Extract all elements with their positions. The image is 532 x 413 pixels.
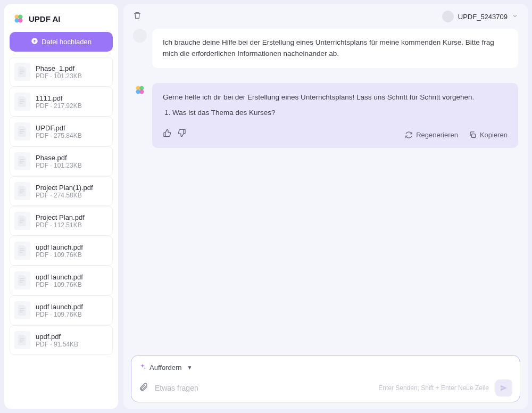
input-hint: Enter Senden; Shift + Enter Neue Zeile [378,384,489,392]
document-icon [14,122,30,141]
brand-name: UPDF AI [29,14,60,23]
file-meta: PDF · 112.51KB [36,221,108,229]
upload-button[interactable]: Datei hochladen [10,32,113,52]
file-name: Project Plan.pdf [36,213,108,221]
file-name: Phase_1.pdf [36,64,108,72]
composer: Auffordern ▼ Enter Senden; Shift + Enter… [131,355,520,402]
conversation: Ich brauche deine Hilfe bei der Erstellu… [123,28,528,352]
user-avatar-icon [442,11,454,22]
ai-message: Gerne helfe ich dir bei der Erstellung e… [152,83,518,148]
user-menu[interactable]: UPDF_5243709 [442,11,518,22]
file-item[interactable]: UPDF.pdf PDF · 275.84KB [10,117,113,146]
document-icon [14,212,30,230]
message-actions: Regenerieren Kopieren [163,129,508,142]
prompt-label: Auffordern [149,364,181,371]
svg-point-7 [139,89,144,94]
ai-intro-text: Gerne helfe ich dir bei der Erstellung e… [163,92,508,104]
file-item[interactable]: Project Plan.pdf PDF · 112.51KB [10,206,113,236]
svg-rect-8 [472,134,476,138]
chevron-down-icon [512,12,518,21]
ai-message-row: Gerne helfe ich dir bei der Erstellung e… [133,83,518,148]
document-icon [14,152,30,170]
file-name: updf launch.pdf [36,273,108,281]
file-item[interactable]: updf launch.pdf PDF · 109.76KB [10,266,113,295]
file-meta: PDF · 91.54KB [36,341,108,348]
document-icon [14,93,30,111]
file-name: Phase.pdf [36,154,108,162]
file-text: updf.pdf PDF · 91.54KB [36,333,108,348]
file-meta: PDF · 109.76KB [36,281,108,288]
document-icon [14,301,30,319]
sidebar: UPDF AI Datei hochladen Phase_1.pdf PDF … [4,4,118,409]
file-name: updf launch.pdf [36,303,108,311]
file-item[interactable]: Phase_1.pdf PDF · 101.23KB [10,57,113,87]
user-msg-avatar-icon [133,29,147,43]
file-meta: PDF · 101.23KB [36,72,108,80]
copy-button[interactable]: Kopieren [469,129,508,141]
upload-icon [31,37,38,46]
file-text: 1111.pdf PDF · 217.92KB [36,94,108,110]
brand-logo-icon [13,13,24,24]
file-text: Phase.pdf PDF · 101.23KB [36,154,108,169]
file-meta: PDF · 109.76KB [36,251,108,259]
regenerate-label: Regenerieren [416,129,458,141]
file-text: Phase_1.pdf PDF · 101.23KB [36,64,108,80]
file-item[interactable]: Phase.pdf PDF · 101.23KB [10,146,113,176]
attach-icon[interactable] [139,382,148,394]
document-icon [14,271,30,290]
regenerate-button[interactable]: Regenerieren [405,129,458,141]
composer-wrap: Auffordern ▼ Enter Senden; Shift + Enter… [123,352,528,409]
ai-avatar-icon [133,83,147,97]
file-item[interactable]: updf.pdf PDF · 91.54KB [10,325,113,355]
caret-down-icon: ▼ [187,365,192,370]
file-name: updf.pdf [36,333,108,341]
thumbs-down-icon[interactable] [178,129,186,142]
file-text: UPDF.pdf PDF · 275.84KB [36,124,108,139]
file-text: updf launch.pdf PDF · 109.76KB [36,243,108,259]
ai-question-1: Was ist das Thema des Kurses? [172,107,508,119]
delete-icon[interactable] [133,11,142,22]
file-text: Project Plan(1).pdf PDF · 274.58KB [36,184,108,199]
file-name: UPDF.pdf [36,124,108,132]
document-icon [14,182,30,200]
file-name: Project Plan(1).pdf [36,184,108,192]
message-input[interactable] [155,384,372,392]
file-meta: PDF · 217.92KB [36,102,108,110]
user-message-row: Ich brauche deine Hilfe bei der Erstellu… [133,29,518,68]
user-message: Ich brauche deine Hilfe bei der Erstellu… [152,29,518,68]
file-meta: PDF · 101.23KB [36,162,108,169]
composer-input-row: Enter Senden; Shift + Enter Neue Zeile [139,379,512,397]
document-icon [14,63,30,81]
main-panel: UPDF_5243709 Ich brauche deine Hilfe bei… [123,4,528,409]
sparkle-icon [139,363,146,372]
upload-label: Datei hochladen [41,38,92,46]
file-text: updf launch.pdf PDF · 109.76KB [36,303,108,318]
file-list: Phase_1.pdf PDF · 101.23KB 1111.pdf PDF … [10,57,113,355]
brand: UPDF AI [10,13,113,27]
send-button[interactable] [495,379,512,397]
user-name: UPDF_5243709 [458,13,508,21]
document-icon [14,242,30,260]
file-item[interactable]: Project Plan(1).pdf PDF · 274.58KB [10,176,113,206]
file-name: 1111.pdf [36,94,108,102]
prompt-mode-toggle[interactable]: Auffordern ▼ [139,363,512,372]
document-icon [14,331,30,349]
file-name: updf launch.pdf [36,243,108,251]
file-text: updf launch.pdf PDF · 109.76KB [36,273,108,288]
file-text: Project Plan.pdf PDF · 112.51KB [36,213,108,229]
topbar: UPDF_5243709 [123,4,528,28]
file-meta: PDF · 275.84KB [36,132,108,139]
copy-label: Kopieren [480,129,508,141]
file-meta: PDF · 274.58KB [36,192,108,199]
file-item[interactable]: 1111.pdf PDF · 217.92KB [10,87,113,117]
thumbs-up-icon[interactable] [163,129,171,142]
file-meta: PDF · 109.76KB [36,311,108,318]
svg-point-3 [18,18,22,22]
file-item[interactable]: updf launch.pdf PDF · 109.76KB [10,236,113,266]
file-item[interactable]: updf launch.pdf PDF · 109.76KB [10,295,113,325]
